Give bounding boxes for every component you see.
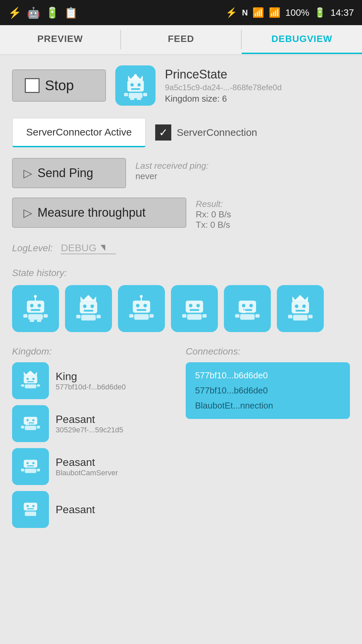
svg-rect-61 bbox=[293, 315, 307, 321]
king-avatar bbox=[12, 362, 49, 399]
svg-point-59 bbox=[302, 305, 306, 308]
svg-point-26 bbox=[90, 305, 94, 308]
svg-point-58 bbox=[295, 305, 299, 308]
tab-feed[interactable]: FEED bbox=[121, 25, 241, 54]
connections-box: 577bf10...b6d6de0 577bf10...b6d6de0 Blau… bbox=[186, 362, 350, 419]
wifi-icon: 📶 bbox=[252, 7, 264, 18]
svg-point-73 bbox=[26, 419, 29, 421]
svg-point-91 bbox=[32, 505, 35, 507]
send-ping-icon: ▷ bbox=[23, 166, 32, 180]
ping-info: Last received ping: never bbox=[135, 158, 208, 181]
state-history-list bbox=[12, 285, 350, 332]
svg-marker-56 bbox=[292, 295, 308, 301]
svg-point-2 bbox=[130, 83, 134, 87]
svg-rect-85 bbox=[27, 465, 34, 466]
doc-icon: 📋 bbox=[64, 6, 78, 19]
svg-rect-50 bbox=[243, 309, 252, 311]
stop-checkbox bbox=[25, 78, 40, 93]
state-icon-5 bbox=[277, 285, 324, 332]
svg-rect-19 bbox=[30, 320, 35, 322]
svg-point-48 bbox=[242, 304, 246, 308]
battery-percent: 100% bbox=[285, 7, 309, 18]
main-content: Stop bbox=[0, 55, 362, 544]
prince-info: PrinceState 9a5c15c9-da24-...-868fe78efe… bbox=[165, 67, 282, 104]
measure-throughput-button[interactable]: ▷ Measure throughput bbox=[12, 198, 186, 228]
king-id: 577bf10d-f...b6d6de0 bbox=[56, 383, 126, 391]
state-history-section: State history: bbox=[12, 268, 350, 332]
svg-rect-27 bbox=[84, 310, 94, 312]
server-connector-row: ServerConnector Active ✓ ServerConnectio… bbox=[12, 118, 350, 147]
connection-entry-1[interactable]: 577bf10...b6d6de0 bbox=[195, 385, 341, 396]
result-label: Result: bbox=[196, 199, 231, 209]
svg-rect-44 bbox=[187, 314, 201, 320]
state-icon-0 bbox=[12, 285, 59, 332]
prince-id: 9a5c15c9-da24-...-868fe78efe0d bbox=[165, 83, 282, 92]
tab-debugview[interactable]: DEBUGVIEW bbox=[242, 25, 362, 54]
svg-point-11 bbox=[134, 74, 137, 77]
kingdom-size: Kingdom size: 6 bbox=[165, 94, 282, 104]
svg-rect-30 bbox=[97, 315, 101, 319]
svg-rect-9 bbox=[137, 98, 141, 100]
status-bar-right: ⚡ N 📶 📶 100% 🔋 14:37 bbox=[226, 7, 354, 18]
svg-rect-60 bbox=[296, 310, 305, 312]
svg-rect-8 bbox=[130, 98, 134, 100]
svg-rect-51 bbox=[240, 314, 254, 320]
svg-rect-29 bbox=[76, 315, 80, 319]
status-bar: ⚡ 🤖 🔋 📋 ⚡ N 📶 📶 100% 🔋 14:37 bbox=[0, 0, 362, 25]
server-connection-label: ServerConnection bbox=[177, 127, 257, 138]
connection-entry-0[interactable]: 577bf10...b6d6de0 bbox=[195, 370, 341, 381]
server-connection-check: ✓ ServerConnection bbox=[155, 124, 257, 141]
kingdom-item-peasant3: Peasant bbox=[12, 491, 176, 528]
result-info: Result: Rx: 0 B/s Tx: 0 B/s bbox=[196, 198, 231, 230]
log-level-label: LogLevel: bbox=[12, 243, 53, 254]
svg-rect-92 bbox=[27, 508, 34, 509]
throughput-label: Measure throughput bbox=[38, 206, 145, 220]
send-ping-row: ▷ Send Ping Last received ping: never bbox=[12, 158, 350, 188]
connection-entry-2[interactable]: BlaubotEt...nnection bbox=[195, 400, 341, 411]
top-row: Stop bbox=[12, 65, 350, 106]
bottom-section: Kingdom: King 577bf10d-f.. bbox=[12, 346, 350, 534]
svg-rect-35 bbox=[134, 314, 148, 320]
stop-button[interactable]: Stop bbox=[12, 69, 106, 102]
svg-point-42 bbox=[196, 304, 200, 308]
svg-rect-4 bbox=[131, 88, 140, 90]
svg-rect-45 bbox=[182, 314, 186, 318]
kingdom-item-peasant1: Peasant 30529e7f-...59c21d5 bbox=[12, 405, 176, 442]
svg-rect-68 bbox=[27, 381, 34, 382]
svg-point-74 bbox=[32, 419, 35, 421]
kingdom-item-peasant2: Peasant BlaubotCamServer bbox=[12, 448, 176, 485]
svg-rect-46 bbox=[202, 314, 207, 318]
svg-rect-43 bbox=[190, 309, 199, 311]
prince-state-icon bbox=[115, 65, 156, 106]
stop-label: Stop bbox=[45, 77, 74, 94]
last-received-label: Last received ping: bbox=[135, 161, 208, 171]
log-level-select[interactable]: DEBUG bbox=[61, 242, 116, 254]
svg-point-49 bbox=[249, 304, 253, 308]
svg-point-39 bbox=[140, 295, 142, 298]
prince-name: PrinceState bbox=[165, 67, 282, 82]
svg-rect-15 bbox=[31, 309, 41, 311]
svg-rect-70 bbox=[21, 384, 24, 387]
peasant1-role: Peasant bbox=[56, 413, 123, 426]
server-connection-checkbox[interactable]: ✓ bbox=[155, 124, 171, 141]
server-connector-tab[interactable]: ServerConnector Active bbox=[12, 118, 146, 147]
send-ping-button[interactable]: ▷ Send Ping bbox=[12, 158, 126, 188]
svg-rect-5 bbox=[129, 93, 142, 98]
rx-value: Rx: 0 B/s bbox=[196, 209, 231, 220]
kingdom-label: Kingdom: bbox=[12, 346, 176, 357]
battery-icon: 🔋 bbox=[46, 6, 59, 19]
usb-icon: ⚡ bbox=[8, 6, 21, 19]
kingdom-section: Kingdom: King 577bf10d-f.. bbox=[12, 346, 176, 534]
svg-point-25 bbox=[83, 305, 87, 308]
state-icon-1 bbox=[65, 285, 112, 332]
tab-preview[interactable]: PREVIEW bbox=[0, 25, 120, 54]
svg-rect-52 bbox=[235, 314, 239, 318]
log-level-value: DEBUG bbox=[61, 242, 97, 254]
svg-rect-37 bbox=[149, 314, 154, 318]
svg-marker-23 bbox=[80, 295, 96, 301]
peasant2-role: Peasant bbox=[56, 456, 118, 469]
nfc-icon: N bbox=[242, 8, 248, 17]
svg-rect-62 bbox=[288, 315, 292, 319]
peasant3-info: Peasant bbox=[56, 503, 95, 516]
svg-point-13 bbox=[30, 304, 34, 308]
